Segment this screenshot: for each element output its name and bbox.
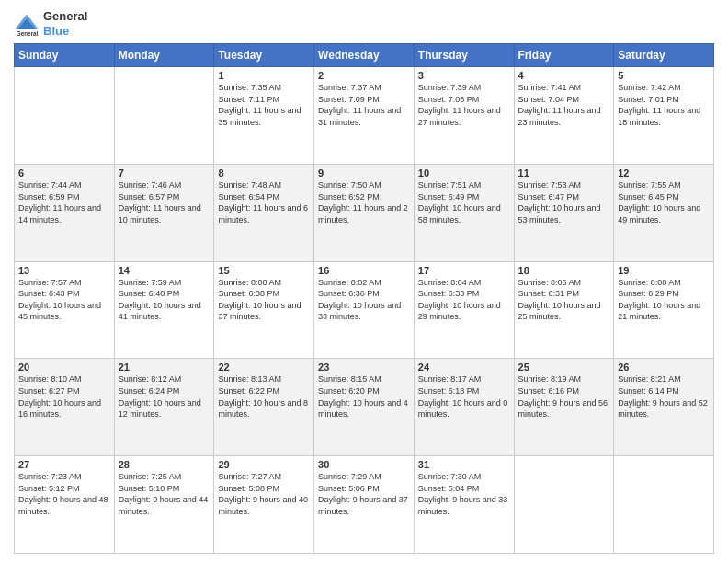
calendar-cell [614, 456, 714, 554]
day-info: Sunrise: 7:46 AM Sunset: 6:57 PM Dayligh… [119, 179, 210, 225]
calendar-cell: 22Sunrise: 8:13 AM Sunset: 6:22 PM Dayli… [214, 359, 314, 456]
calendar-cell: 8Sunrise: 7:48 AM Sunset: 6:54 PM Daylig… [214, 164, 314, 261]
day-number: 20 [18, 362, 110, 373]
day-number: 11 [518, 167, 610, 178]
day-number: 23 [318, 362, 410, 373]
col-header-friday: Friday [514, 44, 614, 67]
day-info: Sunrise: 8:15 AM Sunset: 6:20 PM Dayligh… [318, 373, 410, 419]
day-info: Sunrise: 7:42 AM Sunset: 7:01 PM Dayligh… [618, 82, 710, 128]
col-header-thursday: Thursday [414, 44, 514, 67]
day-info: Sunrise: 7:39 AM Sunset: 7:06 PM Dayligh… [418, 82, 510, 128]
day-info: Sunrise: 8:21 AM Sunset: 6:14 PM Dayligh… [618, 373, 710, 419]
day-info: Sunrise: 7:27 AM Sunset: 5:08 PM Dayligh… [218, 471, 310, 517]
day-info: Sunrise: 7:51 AM Sunset: 6:49 PM Dayligh… [418, 179, 510, 225]
day-number: 24 [418, 362, 510, 373]
day-info: Sunrise: 7:29 AM Sunset: 5:06 PM Dayligh… [318, 471, 410, 517]
day-info: Sunrise: 7:23 AM Sunset: 5:12 PM Dayligh… [18, 471, 110, 517]
day-number: 5 [618, 70, 710, 81]
calendar-header-row: SundayMondayTuesdayWednesdayThursdayFrid… [15, 44, 714, 67]
calendar-cell: 17Sunrise: 8:04 AM Sunset: 6:33 PM Dayli… [414, 261, 514, 359]
day-number: 1 [218, 70, 310, 81]
day-info: Sunrise: 8:10 AM Sunset: 6:27 PM Dayligh… [18, 373, 110, 419]
day-info: Sunrise: 7:41 AM Sunset: 7:04 PM Dayligh… [518, 82, 610, 128]
logo-icon: General [14, 11, 40, 37]
day-number: 4 [518, 70, 610, 81]
day-number: 13 [18, 265, 110, 276]
day-number: 16 [318, 265, 410, 276]
calendar-cell: 26Sunrise: 8:21 AM Sunset: 6:14 PM Dayli… [614, 359, 714, 456]
day-number: 12 [618, 167, 710, 178]
day-info: Sunrise: 8:19 AM Sunset: 6:16 PM Dayligh… [518, 373, 610, 419]
day-number: 18 [518, 265, 610, 276]
week-row-2: 6Sunrise: 7:44 AM Sunset: 6:59 PM Daylig… [15, 164, 714, 261]
calendar-cell: 16Sunrise: 8:02 AM Sunset: 6:36 PM Dayli… [314, 261, 415, 359]
day-number: 10 [418, 167, 510, 178]
day-number: 8 [218, 167, 310, 178]
col-header-sunday: Sunday [15, 44, 115, 67]
day-number: 27 [18, 459, 110, 470]
logo: General General Blue [14, 9, 87, 38]
col-header-saturday: Saturday [614, 44, 714, 67]
calendar-cell: 12Sunrise: 7:55 AM Sunset: 6:45 PM Dayli… [614, 164, 714, 261]
day-info: Sunrise: 7:35 AM Sunset: 7:11 PM Dayligh… [218, 82, 310, 128]
day-info: Sunrise: 8:13 AM Sunset: 6:22 PM Dayligh… [218, 373, 310, 419]
day-number: 17 [418, 265, 510, 276]
calendar-cell: 28Sunrise: 7:25 AM Sunset: 5:10 PM Dayli… [114, 456, 214, 554]
day-info: Sunrise: 8:08 AM Sunset: 6:29 PM Dayligh… [618, 277, 710, 323]
day-info: Sunrise: 7:55 AM Sunset: 6:45 PM Dayligh… [618, 179, 710, 225]
calendar-cell: 31Sunrise: 7:30 AM Sunset: 5:04 PM Dayli… [414, 456, 514, 554]
day-info: Sunrise: 7:57 AM Sunset: 6:43 PM Dayligh… [18, 277, 110, 323]
day-info: Sunrise: 7:48 AM Sunset: 6:54 PM Dayligh… [218, 179, 310, 225]
day-number: 2 [318, 70, 410, 81]
calendar-cell: 1Sunrise: 7:35 AM Sunset: 7:11 PM Daylig… [214, 67, 314, 165]
day-number: 21 [119, 362, 210, 373]
calendar-cell: 29Sunrise: 7:27 AM Sunset: 5:08 PM Dayli… [214, 456, 314, 554]
day-info: Sunrise: 8:02 AM Sunset: 6:36 PM Dayligh… [318, 277, 410, 323]
day-info: Sunrise: 7:30 AM Sunset: 5:04 PM Dayligh… [418, 471, 510, 517]
day-number: 6 [18, 167, 110, 178]
calendar-cell: 10Sunrise: 7:51 AM Sunset: 6:49 PM Dayli… [414, 164, 514, 261]
calendar-cell [514, 456, 614, 554]
calendar-cell: 21Sunrise: 8:12 AM Sunset: 6:24 PM Dayli… [114, 359, 214, 456]
day-info: Sunrise: 7:53 AM Sunset: 6:47 PM Dayligh… [518, 179, 610, 225]
day-number: 28 [119, 459, 210, 470]
week-row-5: 27Sunrise: 7:23 AM Sunset: 5:12 PM Dayli… [15, 456, 714, 554]
day-info: Sunrise: 8:06 AM Sunset: 6:31 PM Dayligh… [518, 277, 610, 323]
day-info: Sunrise: 8:12 AM Sunset: 6:24 PM Dayligh… [119, 373, 210, 419]
calendar-cell: 27Sunrise: 7:23 AM Sunset: 5:12 PM Dayli… [15, 456, 115, 554]
week-row-3: 13Sunrise: 7:57 AM Sunset: 6:43 PM Dayli… [15, 261, 714, 359]
svg-text:General: General [17, 29, 39, 36]
calendar-cell: 13Sunrise: 7:57 AM Sunset: 6:43 PM Dayli… [15, 261, 115, 359]
page: General General Blue SundayMondayTuesday… [0, 0, 728, 563]
day-info: Sunrise: 8:00 AM Sunset: 6:38 PM Dayligh… [218, 277, 310, 323]
calendar-cell: 11Sunrise: 7:53 AM Sunset: 6:47 PM Dayli… [514, 164, 614, 261]
col-header-tuesday: Tuesday [214, 44, 314, 67]
col-header-monday: Monday [114, 44, 214, 67]
calendar-cell: 24Sunrise: 8:17 AM Sunset: 6:18 PM Dayli… [414, 359, 514, 456]
calendar-cell: 6Sunrise: 7:44 AM Sunset: 6:59 PM Daylig… [15, 164, 115, 261]
calendar-cell: 4Sunrise: 7:41 AM Sunset: 7:04 PM Daylig… [514, 67, 614, 165]
calendar-cell: 3Sunrise: 7:39 AM Sunset: 7:06 PM Daylig… [414, 67, 514, 165]
calendar-cell: 30Sunrise: 7:29 AM Sunset: 5:06 PM Dayli… [314, 456, 415, 554]
calendar-cell: 14Sunrise: 7:59 AM Sunset: 6:40 PM Dayli… [114, 261, 214, 359]
day-number: 9 [318, 167, 410, 178]
week-row-4: 20Sunrise: 8:10 AM Sunset: 6:27 PM Dayli… [15, 359, 714, 456]
day-info: Sunrise: 8:17 AM Sunset: 6:18 PM Dayligh… [418, 373, 510, 419]
day-number: 14 [119, 265, 210, 276]
logo-text: General Blue [43, 9, 87, 38]
calendar-cell: 7Sunrise: 7:46 AM Sunset: 6:57 PM Daylig… [114, 164, 214, 261]
day-number: 22 [218, 362, 310, 373]
calendar-cell: 2Sunrise: 7:37 AM Sunset: 7:09 PM Daylig… [314, 67, 415, 165]
day-info: Sunrise: 7:50 AM Sunset: 6:52 PM Dayligh… [318, 179, 410, 225]
calendar-cell: 23Sunrise: 8:15 AM Sunset: 6:20 PM Dayli… [314, 359, 415, 456]
calendar-cell: 20Sunrise: 8:10 AM Sunset: 6:27 PM Dayli… [15, 359, 115, 456]
day-info: Sunrise: 7:44 AM Sunset: 6:59 PM Dayligh… [18, 179, 110, 225]
header: General General Blue [14, 9, 714, 38]
day-number: 19 [618, 265, 710, 276]
calendar-cell: 19Sunrise: 8:08 AM Sunset: 6:29 PM Dayli… [614, 261, 714, 359]
calendar-cell: 18Sunrise: 8:06 AM Sunset: 6:31 PM Dayli… [514, 261, 614, 359]
day-number: 30 [318, 459, 410, 470]
calendar-cell: 9Sunrise: 7:50 AM Sunset: 6:52 PM Daylig… [314, 164, 415, 261]
day-info: Sunrise: 7:25 AM Sunset: 5:10 PM Dayligh… [119, 471, 210, 517]
day-number: 26 [618, 362, 710, 373]
